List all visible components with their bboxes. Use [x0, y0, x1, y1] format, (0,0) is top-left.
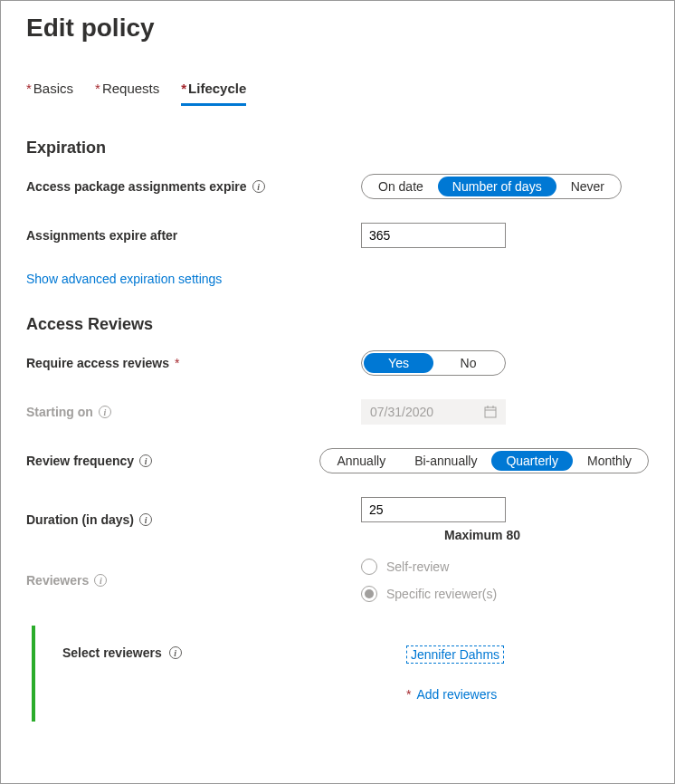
- frequency-label: Review frequency: [26, 454, 134, 468]
- reviewer-specific: Specific reviewer(s): [361, 586, 649, 602]
- info-icon[interactable]: i: [139, 454, 152, 467]
- reviewer-self: Self-review: [361, 559, 649, 575]
- freq-biannually[interactable]: Bi-annually: [400, 451, 491, 471]
- info-icon[interactable]: i: [252, 180, 265, 193]
- svg-rect-0: [485, 407, 496, 417]
- tab-basics[interactable]: *Basics: [26, 81, 73, 106]
- add-reviewers-link[interactable]: Add reviewers: [416, 687, 497, 702]
- duration-helper: Maximum 80: [444, 528, 649, 542]
- advanced-expiration-link[interactable]: Show advanced expiration settings: [26, 272, 222, 286]
- info-icon: i: [94, 574, 107, 587]
- require-reviews-toggle: Yes No: [361, 350, 506, 376]
- select-reviewers-label: Select reviewers: [62, 645, 162, 660]
- frequency-toggle: Annually Bi-annually Quarterly Monthly: [319, 448, 649, 473]
- tab-lifecycle[interactable]: *Lifecycle: [181, 81, 246, 106]
- info-icon[interactable]: i: [169, 646, 182, 659]
- starting-on-input: 07/31/2020: [361, 399, 506, 425]
- select-reviewers-block: Select reviewers i Jennifer Dahms * Add …: [32, 626, 649, 722]
- duration-label: Duration (in days): [26, 512, 134, 527]
- access-reviews-heading: Access Reviews: [26, 315, 649, 334]
- freq-annually[interactable]: Annually: [322, 451, 400, 471]
- selected-reviewer[interactable]: Jennifer Dahms: [406, 645, 504, 664]
- reviewers-label: Reviewers: [26, 573, 89, 588]
- calendar-icon: [484, 406, 497, 418]
- info-icon[interactable]: i: [139, 513, 152, 526]
- expiration-heading: Expiration: [26, 139, 649, 158]
- freq-quarterly[interactable]: Quarterly: [491, 451, 573, 471]
- page-title: Edit policy: [26, 14, 649, 43]
- tabs: *Basics *Requests *Lifecycle: [26, 81, 649, 106]
- expire-after-label: Assignments expire after: [26, 228, 177, 243]
- expire-option-on-date[interactable]: On date: [364, 177, 438, 196]
- reviewers-radio-group: Self-review Specific reviewer(s): [361, 559, 649, 602]
- assignments-expire-label: Access package assignments expire: [26, 179, 247, 194]
- require-reviews-label: Require access reviews: [26, 356, 169, 370]
- require-no[interactable]: No: [433, 353, 503, 373]
- starting-on-label: Starting on: [26, 405, 93, 419]
- tab-requests[interactable]: *Requests: [95, 81, 159, 106]
- freq-monthly[interactable]: Monthly: [573, 451, 646, 471]
- expire-option-never[interactable]: Never: [556, 177, 619, 196]
- duration-input[interactable]: [361, 497, 506, 522]
- info-icon: i: [99, 406, 111, 418]
- expire-option-days[interactable]: Number of days: [438, 177, 556, 196]
- assignments-expire-toggle: On date Number of days Never: [361, 174, 622, 199]
- required-asterisk: *: [406, 687, 411, 702]
- expire-after-input[interactable]: [361, 223, 506, 248]
- require-yes[interactable]: Yes: [364, 353, 433, 373]
